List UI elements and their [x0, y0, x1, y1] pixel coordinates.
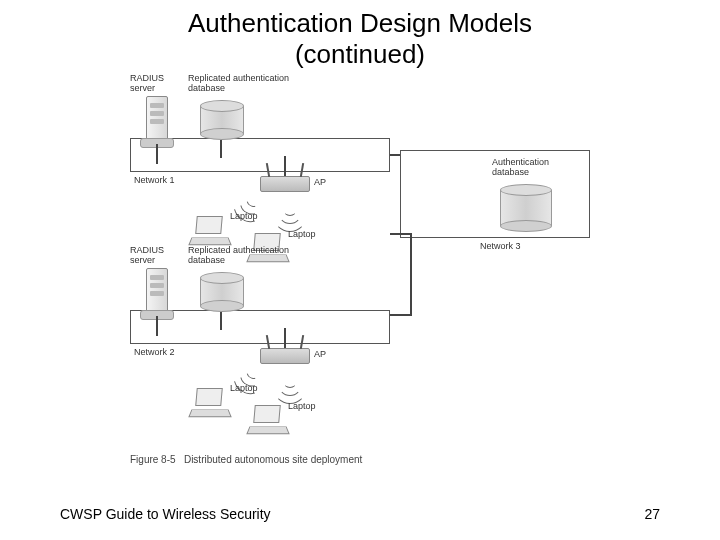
connector-line [284, 156, 286, 176]
replicated-db-2-icon [200, 272, 244, 312]
laptop-1b-label: Laptop [288, 230, 316, 240]
replicated-db-1-label: Replicated authenticationdatabase [188, 74, 289, 94]
slide-title: Authentication Design Models (continued) [0, 0, 720, 70]
ap-2-label: AP [314, 350, 326, 360]
figure-caption-prefix: Figure 8-5 [130, 454, 176, 465]
connector-line [410, 233, 412, 316]
replicated-db-1-icon [200, 100, 244, 140]
laptop-1a-label: Laptop [230, 212, 258, 222]
laptop-2a-icon [190, 388, 230, 418]
title-line-2: (continued) [295, 39, 425, 69]
laptop-2b-icon [248, 405, 288, 435]
radius-server-2-icon [146, 268, 168, 316]
ap-1-icon [260, 176, 310, 192]
network-3-label: Network 3 [480, 242, 521, 252]
connector-line [284, 328, 286, 348]
laptop-2b-label: Laptop [288, 402, 316, 412]
radius-server-1-icon [146, 96, 168, 144]
auth-db-label: Authenticationdatabase [492, 158, 549, 178]
connector-line [220, 312, 222, 330]
replicated-db-2-label: Replicated authenticationdatabase [188, 246, 289, 266]
laptop-1a-icon [190, 216, 230, 246]
radius-server-2-label: RADIUSserver [130, 246, 164, 266]
title-line-1: Authentication Design Models [188, 8, 532, 38]
network-2-label: Network 2 [134, 348, 175, 358]
connector-line [156, 144, 158, 164]
ap-2-icon [260, 348, 310, 364]
ap-1-label: AP [314, 178, 326, 188]
figure-caption-text: Distributed autonomous site deployment [184, 454, 362, 465]
connector-line [390, 154, 400, 156]
footer-source: CWSP Guide to Wireless Security [60, 506, 271, 522]
connector-line [156, 316, 158, 336]
figure-caption: Figure 8-5 Distributed autonomous site d… [130, 454, 362, 465]
connector-line [220, 140, 222, 158]
figure-diagram: Network 1 RADIUSserver Replicated authen… [130, 78, 600, 488]
page-number: 27 [644, 506, 660, 522]
connector-line [390, 233, 412, 235]
network-1-label: Network 1 [134, 176, 175, 186]
auth-db-icon [500, 184, 552, 232]
laptop-2a-label: Laptop [230, 384, 258, 394]
connector-line [390, 314, 412, 316]
radius-server-1-label: RADIUSserver [130, 74, 164, 94]
